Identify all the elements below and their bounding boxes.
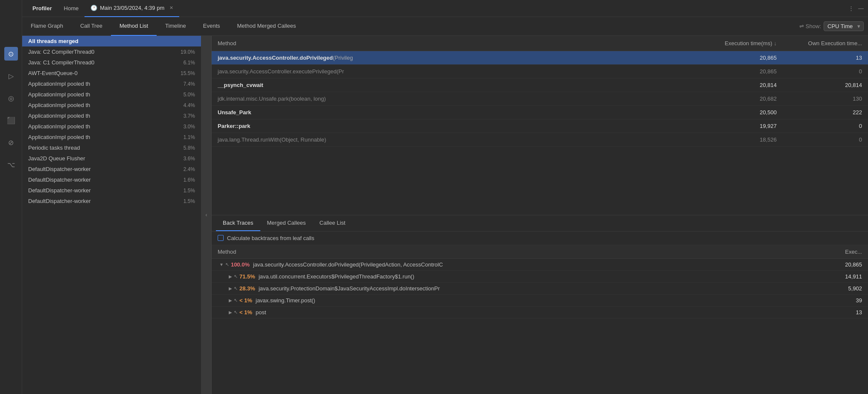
list-item[interactable]: ▶ ↖ 71.5% java.util.concurrent.Executors… bbox=[212, 271, 868, 283]
bt-col-header-method: Method bbox=[212, 249, 834, 255]
thread-name: AWT-EventQueue-0 bbox=[28, 70, 78, 76]
expand-icon[interactable]: ▶ bbox=[229, 274, 232, 279]
thread-item-dispatcher3[interactable]: DefaultDispatcher-worker 1.5% bbox=[22, 185, 201, 196]
exec-value: 13 bbox=[834, 309, 868, 316]
tab-method-list[interactable]: Method List bbox=[111, 17, 157, 36]
thread-pct: 3.0% bbox=[184, 124, 195, 130]
window-controls: ⋮ — bbox=[848, 5, 864, 12]
thread-item-awt[interactable]: AWT-EventQueue-0 15.5% bbox=[22, 68, 201, 78]
expand-icon[interactable]: ▶ bbox=[229, 310, 232, 315]
run-icon[interactable]: ▷ bbox=[4, 69, 18, 83]
main-content: Profiler Home 🕐 Main 23/05/2024, 4:39 pm… bbox=[22, 0, 868, 394]
thread-pct: 7.4% bbox=[184, 81, 195, 87]
thread-item-app1[interactable]: ApplicationImpl pooled th 7.4% bbox=[22, 78, 201, 89]
table-row[interactable]: java.security.AccessController.executePr… bbox=[212, 65, 868, 78]
expand-icon[interactable]: ▼ bbox=[219, 262, 224, 267]
table-row[interactable]: Parker::park 19,927 0 bbox=[212, 119, 868, 133]
table-row[interactable]: java.security.AccessController.doPrivile… bbox=[212, 51, 868, 65]
more-options-icon[interactable]: ⋮ bbox=[848, 5, 854, 12]
backtrace-options: Calculate backtraces from leaf calls bbox=[212, 232, 868, 245]
col-header-exec[interactable]: Execution time(ms) ↓ bbox=[697, 40, 783, 46]
thread-name: Java2D Queue Flusher bbox=[28, 155, 85, 162]
alert-icon[interactable]: ⊘ bbox=[4, 136, 18, 149]
thread-list: All threads merged Java: C2 CompilerThre… bbox=[22, 36, 201, 394]
thread-pct: 1.1% bbox=[184, 134, 195, 140]
thread-pct: 5.0% bbox=[184, 92, 195, 98]
list-item[interactable]: ▶ ↖ < 1% post 13 bbox=[212, 307, 868, 319]
profiler-icon[interactable]: ⊙ bbox=[4, 47, 18, 61]
tab-close-button[interactable]: ✕ bbox=[169, 5, 173, 11]
exec-value: 20,865 bbox=[834, 261, 868, 268]
thread-pct: 4.4% bbox=[184, 102, 195, 108]
backtrace-checkbox[interactable] bbox=[218, 235, 224, 241]
thread-item-all-merged[interactable]: All threads merged bbox=[22, 36, 201, 46]
thread-pct: 3.7% bbox=[184, 113, 195, 119]
collapse-panel-button[interactable]: ‹ bbox=[201, 36, 212, 394]
thread-item-java2d[interactable]: Java2D Queue Flusher 3.6% bbox=[22, 153, 201, 164]
method-label: javax.swing.Timer.post() bbox=[256, 297, 315, 304]
show-label: ⇌ Show: bbox=[799, 23, 821, 29]
thread-name: DefaultDispatcher-worker bbox=[28, 187, 91, 194]
thread-item-dispatcher1[interactable]: DefaultDispatcher-worker 2.4% bbox=[22, 164, 201, 174]
list-item[interactable]: ▶ ↖ 28.3% java.security.ProtectionDomain… bbox=[212, 283, 868, 295]
col-header-own[interactable]: Own Execution time... bbox=[783, 40, 868, 46]
list-item[interactable]: ▶ ↖ < 1% javax.swing.Timer.post() 39 bbox=[212, 295, 868, 307]
tab-timeline[interactable]: Timeline bbox=[157, 17, 195, 36]
tab-call-tree[interactable]: Call Tree bbox=[72, 17, 111, 36]
thread-name: DefaultDispatcher-worker bbox=[28, 198, 91, 204]
thread-item-c2[interactable]: Java: C2 CompilerThread0 19.0% bbox=[22, 46, 201, 57]
target-icon[interactable]: ◎ bbox=[4, 91, 18, 105]
main-session-tab[interactable]: 🕐 Main 23/05/2024, 4:39 pm ✕ bbox=[84, 0, 179, 17]
backtrace-table: Method Exec... ▼ ↖ 100.0% java.security.… bbox=[212, 245, 868, 394]
bt-col-header-exec: Exec... bbox=[834, 249, 868, 255]
tab-method-merged-callees[interactable]: Method Merged Callees bbox=[229, 17, 305, 36]
thread-name: Java: C2 CompilerThread0 bbox=[28, 49, 94, 55]
table-row[interactable]: java.lang.Thread.runWith(Object, Runnabl… bbox=[212, 133, 868, 147]
backtrace-table-header: Method Exec... bbox=[212, 245, 868, 259]
method-label: java.security.AccessController.doPrivile… bbox=[253, 261, 443, 268]
col-header-method[interactable]: Method bbox=[212, 40, 697, 46]
thread-pct: 2.4% bbox=[184, 166, 195, 172]
show-dropdown[interactable]: CPU Time Wall Time bbox=[824, 21, 864, 31]
backtrace-option-label: Calculate backtraces from leaf calls bbox=[227, 235, 314, 241]
tab-callee-list[interactable]: Callee List bbox=[313, 215, 352, 231]
home-tab[interactable]: Home bbox=[58, 0, 85, 17]
thread-item-dispatcher2[interactable]: DefaultDispatcher-worker 1.6% bbox=[22, 174, 201, 185]
thread-item-app4[interactable]: ApplicationImpl pooled th 3.7% bbox=[22, 110, 201, 121]
terminal-icon[interactable]: ⬛ bbox=[4, 113, 18, 127]
thread-item-dispatcher4[interactable]: DefaultDispatcher-worker 1.5% bbox=[22, 196, 201, 206]
thread-pct: 6.1% bbox=[184, 60, 195, 66]
tab-back-traces[interactable]: Back Traces bbox=[216, 215, 260, 231]
thread-name: ApplicationImpl pooled th bbox=[28, 102, 90, 108]
thread-name: Periodic tasks thread bbox=[28, 145, 80, 151]
minimize-icon[interactable]: — bbox=[858, 5, 864, 12]
backtrace-arrow-icon: ↖ bbox=[225, 262, 229, 267]
expand-icon[interactable]: ▶ bbox=[229, 286, 232, 291]
method-label: java.security.ProtectionDomain$JavaSecur… bbox=[259, 285, 440, 292]
thread-item-app2[interactable]: ApplicationImpl pooled th 5.0% bbox=[22, 89, 201, 100]
thread-item-app5[interactable]: ApplicationImpl pooled th 3.0% bbox=[22, 121, 201, 132]
thread-item-app6[interactable]: ApplicationImpl pooled th 1.1% bbox=[22, 132, 201, 142]
thread-item-app3[interactable]: ApplicationImpl pooled th 4.4% bbox=[22, 100, 201, 110]
git-icon[interactable]: ⌥ bbox=[4, 158, 18, 171]
thread-item-periodic[interactable]: Periodic tasks thread 5.8% bbox=[22, 142, 201, 153]
right-panel: Method Execution time(ms) ↓ Own Executio… bbox=[212, 36, 868, 394]
table-row[interactable]: jdk.internal.misc.Unsafe.park(boolean, l… bbox=[212, 92, 868, 106]
bottom-panel: Back Traces Merged Callees Callee List C… bbox=[212, 215, 868, 394]
method-table: Method Execution time(ms) ↓ Own Executio… bbox=[212, 36, 868, 215]
thread-pct: 19.0% bbox=[181, 49, 195, 55]
table-row[interactable]: __psynch_cvwait 20,814 20,814 bbox=[212, 78, 868, 92]
show-dropdown-wrapper: CPU Time Wall Time bbox=[824, 21, 868, 31]
top-tabbar: Profiler Home 🕐 Main 23/05/2024, 4:39 pm… bbox=[22, 0, 868, 17]
expand-icon[interactable]: ▶ bbox=[229, 298, 232, 303]
profiler-tab-label[interactable]: Profiler bbox=[26, 0, 58, 17]
thread-name: DefaultDispatcher-worker bbox=[28, 166, 91, 172]
tab-merged-callees[interactable]: Merged Callees bbox=[260, 215, 313, 231]
tab-events[interactable]: Events bbox=[195, 17, 229, 36]
thread-item-c1[interactable]: Java: C1 CompilerThread0 6.1% bbox=[22, 57, 201, 68]
list-item[interactable]: ▼ ↖ 100.0% java.security.AccessControlle… bbox=[212, 259, 868, 271]
tab-flame-graph[interactable]: Flame Graph bbox=[22, 17, 72, 36]
table-row[interactable]: Unsafe_Park 20,500 222 bbox=[212, 106, 868, 119]
session-clock-icon: 🕐 bbox=[90, 5, 97, 11]
thread-pct: 1.6% bbox=[184, 177, 195, 183]
